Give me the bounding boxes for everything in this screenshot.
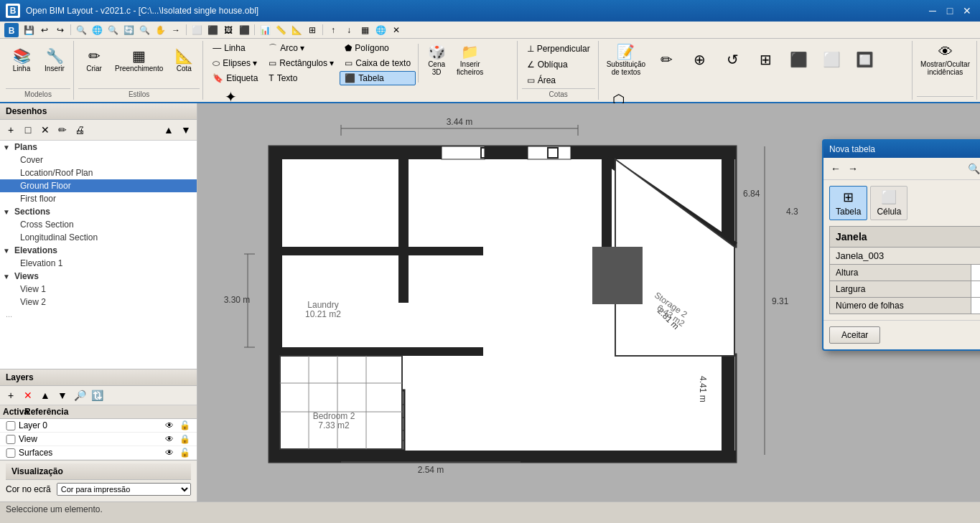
- layer-row-1[interactable]: View 👁 🔒: [0, 433, 197, 446]
- picture-icon[interactable]: 🖼: [221, 23, 235, 37]
- edit4-button[interactable]: ⊞: [750, 41, 781, 80]
- layer0-lock-icon[interactable]: 🔓: [179, 420, 194, 430]
- close2-icon[interactable]: ✕: [389, 23, 403, 37]
- mostrar-ocultar-button[interactable]: 👁 Mostrar/Ocultarincidências: [917, 41, 974, 80]
- tree-item-elevation1[interactable]: Elevation 1: [0, 257, 197, 270]
- fullscreen-icon[interactable]: ⬛: [205, 23, 220, 37]
- globe-icon[interactable]: 🌐: [90, 23, 104, 37]
- move-up-button[interactable]: ▲: [161, 122, 177, 138]
- close-button[interactable]: ✕: [960, 4, 974, 18]
- layer1-lock-icon[interactable]: 🔒: [179, 434, 194, 444]
- layer1-checkbox[interactable]: [3, 435, 19, 444]
- edit6-button[interactable]: ⬜: [816, 41, 847, 80]
- inserir-ficheiros-button[interactable]: 📁 Inserirficheiros: [453, 41, 487, 80]
- up-icon[interactable]: ↑: [326, 23, 340, 37]
- layer0-checkbox[interactable]: [3, 421, 19, 430]
- layer-refresh-button[interactable]: 🔃: [89, 387, 105, 403]
- caixa-texto-button[interactable]: ▭ Caixa de texto: [340, 56, 416, 70]
- save-button[interactable]: 💾: [22, 23, 36, 37]
- layer-up-button[interactable]: ▲: [37, 387, 53, 403]
- dialog-tab-celula[interactable]: ⬜ Célula: [870, 186, 907, 220]
- frame-icon[interactable]: ⬜: [190, 23, 204, 37]
- copy-drawing-button[interactable]: □: [20, 122, 36, 138]
- pattern-icon[interactable]: ▦: [358, 23, 372, 37]
- maximize-button[interactable]: □: [943, 4, 957, 18]
- zoom-icon2[interactable]: 🔍: [106, 23, 120, 37]
- rectangulos-button[interactable]: ▭ Rectângulos ▾: [263, 56, 339, 70]
- pan-icon[interactable]: ✋: [153, 23, 167, 37]
- tree-section-sections[interactable]: ▼ Sections Cross Section Longitudinal Se…: [0, 205, 197, 244]
- refresh-icon[interactable]: 🔄: [121, 23, 136, 37]
- delete-layer-button[interactable]: ✕: [20, 387, 36, 403]
- chart-icon[interactable]: 📊: [258, 23, 272, 37]
- perpendicular-button[interactable]: ⊥ Perpendicular: [522, 42, 595, 56]
- etiqueta-button[interactable]: 🔖 Etiqueta: [207, 71, 263, 85]
- delete-drawing-button[interactable]: ✕: [37, 122, 53, 138]
- edit7-button[interactable]: 🔲: [849, 41, 880, 80]
- edit2-button[interactable]: ⊕: [683, 41, 715, 80]
- arrow-icon[interactable]: →: [169, 23, 183, 37]
- undo-button[interactable]: ↩: [37, 23, 52, 37]
- poligono-button[interactable]: ⬟ Polígono: [340, 41, 416, 55]
- inserir-button[interactable]: 🔧 Inserir: [39, 41, 70, 80]
- tree-section-views[interactable]: ▼ Views View 1 View 2 ...: [0, 270, 197, 320]
- zoom-search-icon[interactable]: 🔍: [74, 23, 88, 37]
- dialog-search-button[interactable]: 🔍: [966, 161, 980, 176]
- dialog-tab-tabela[interactable]: ⊞ Tabela: [829, 186, 867, 220]
- cota-button[interactable]: 📐 Cota: [168, 41, 200, 80]
- add-layer-button[interactable]: +: [3, 387, 19, 403]
- aceitar-button[interactable]: Aceitar: [829, 326, 880, 344]
- layer2-lock-icon[interactable]: 🔓: [179, 448, 194, 458]
- obliqua-button[interactable]: ∠ Oblíqua: [522, 57, 573, 72]
- zoom-icon3[interactable]: 🔍: [137, 23, 151, 37]
- tree-item-long-section[interactable]: Longitudinal Section: [0, 231, 197, 244]
- layer2-visible-icon[interactable]: 👁: [165, 448, 179, 458]
- criar-button[interactable]: ✏ Criar: [78, 41, 110, 80]
- tree-section-sections-header[interactable]: ▼ Sections: [0, 205, 197, 218]
- tree-item-view2[interactable]: View 2: [0, 296, 197, 308]
- tree-section-plans-header[interactable]: ▼ Plans: [0, 141, 197, 154]
- tree-section-elevations[interactable]: ▼ Elevations Elevation 1: [0, 244, 197, 270]
- preenchimento-button[interactable]: ▦ Preenchimento: [111, 41, 167, 80]
- edit-drawing-button[interactable]: ✏: [55, 122, 70, 138]
- layer-search-button[interactable]: 🔎: [72, 387, 88, 403]
- area-button[interactable]: ▭ Área: [522, 73, 561, 88]
- arco-button[interactable]: ⌒ Arco ▾: [263, 41, 339, 55]
- tree-item-location[interactable]: Location/Roof Plan: [0, 166, 197, 179]
- layer-down-button[interactable]: ▼: [55, 387, 70, 403]
- dialog-forward-button[interactable]: →: [845, 161, 861, 176]
- tree-section-views-header[interactable]: ▼ Views: [0, 270, 197, 283]
- title-controls[interactable]: ─ □ ✕: [925, 4, 974, 18]
- linha-button[interactable]: — Linha: [207, 41, 263, 55]
- globe2-icon[interactable]: 🌐: [373, 23, 388, 37]
- tree-section-elevations-header[interactable]: ▼ Elevations: [0, 244, 197, 257]
- grid2-icon[interactable]: ⊞: [305, 23, 319, 37]
- layer1-visible-icon[interactable]: 👁: [165, 434, 179, 444]
- tree-section-plans[interactable]: ▼ Plans Cover Location/Roof Plan Ground …: [0, 141, 197, 205]
- ruler-icon[interactable]: 📏: [274, 23, 288, 37]
- tree-item-first-floor[interactable]: First floor: [0, 192, 197, 205]
- edit3-button[interactable]: ↺: [717, 41, 748, 80]
- minimize-button[interactable]: ─: [925, 4, 940, 18]
- edit1-button[interactable]: ✏: [650, 41, 682, 80]
- layer2-checkbox[interactable]: [3, 448, 19, 458]
- tree-item-ground-floor[interactable]: Ground Floor: [0, 179, 197, 192]
- grid-icon[interactable]: ⬛: [237, 23, 251, 37]
- tabela-button[interactable]: ⬛ Tabela: [340, 71, 416, 85]
- angle-icon[interactable]: 📐: [289, 23, 304, 37]
- redo-button[interactable]: ↪: [53, 23, 67, 37]
- cena3d-button[interactable]: 🎲 Cena3D: [421, 41, 452, 80]
- layer0-visible-icon[interactable]: 👁: [165, 420, 179, 430]
- print-drawing-button[interactable]: 🖨: [72, 122, 88, 138]
- layer-row-0[interactable]: Layer 0 👁 🔓: [0, 419, 197, 433]
- tree-item-cover[interactable]: Cover: [0, 154, 197, 166]
- down-icon[interactable]: ↓: [342, 23, 356, 37]
- elipses-button[interactable]: ⬭ Elipses ▾: [207, 56, 263, 70]
- substituicao-button[interactable]: 📝 Substituiçãode textos: [603, 41, 649, 80]
- texto2-button[interactable]: T Texto: [263, 71, 339, 85]
- canvas-area[interactable]: 3.44 m 2.81 m 3.30 m 2.54 m 9.31 6.84 4.…: [197, 103, 980, 501]
- layer-row-2[interactable]: Surfaces 👁 🔓: [0, 446, 197, 460]
- edit5-button[interactable]: ⬛: [783, 41, 814, 80]
- cor-dropdown[interactable]: Cor para impressão: [57, 483, 191, 496]
- dialog-back-button[interactable]: ←: [828, 161, 844, 176]
